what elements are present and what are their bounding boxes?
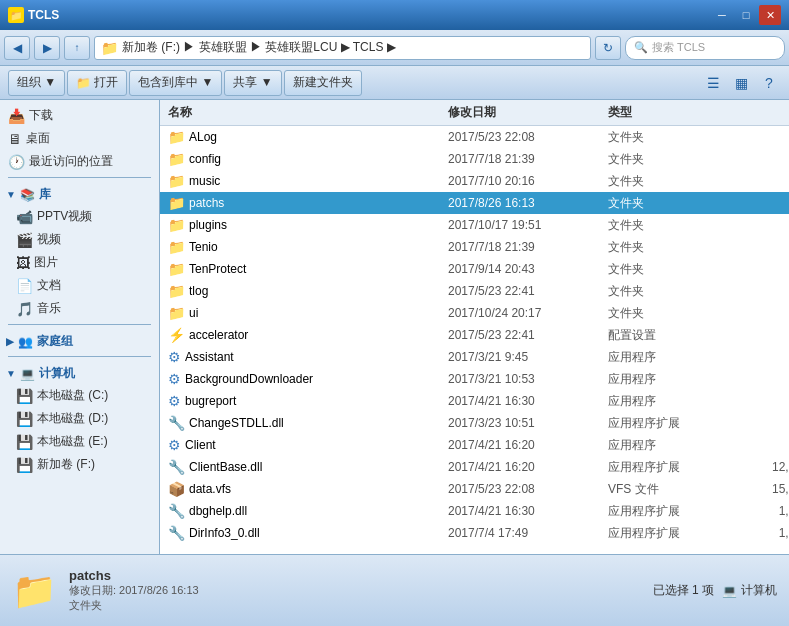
sidebar-divider-3 bbox=[8, 356, 151, 357]
sidebar-divider-1 bbox=[8, 177, 151, 178]
table-row[interactable]: 🔧 ClientBase.dll 2017/4/21 16:20 应用程序扩展 … bbox=[160, 456, 789, 478]
file-name-text: config bbox=[189, 152, 221, 166]
table-row[interactable]: 📁 ui 2017/10/24 20:17 文件夹 bbox=[160, 302, 789, 324]
close-button[interactable]: ✕ bbox=[759, 5, 781, 25]
table-row[interactable]: 📁 ALog 2017/5/23 22:08 文件夹 bbox=[160, 126, 789, 148]
open-button[interactable]: 📁 打开 bbox=[67, 70, 127, 96]
sidebar-item-downloads[interactable]: 📥 下载 bbox=[0, 104, 159, 127]
table-row[interactable]: 📁 music 2017/7/10 20:16 文件夹 bbox=[160, 170, 789, 192]
organize-button[interactable]: 组织 ▼ bbox=[8, 70, 65, 96]
table-row[interactable]: 📁 config 2017/7/18 21:39 文件夹 bbox=[160, 148, 789, 170]
sidebar-item-documents[interactable]: 📄 文档 bbox=[8, 274, 159, 297]
back-button[interactable]: ◀ bbox=[4, 36, 30, 60]
sidebar-section-computer[interactable]: ▼ 💻 计算机 bbox=[0, 361, 159, 384]
table-row[interactable]: ⚙ Client 2017/4/21 16:20 应用程序 795 KB bbox=[160, 434, 789, 456]
new-folder-button[interactable]: 新建文件夹 bbox=[284, 70, 362, 96]
col-header-size[interactable]: 大小 bbox=[728, 104, 789, 121]
window-icon: 📁 bbox=[8, 7, 24, 23]
sidebar-item-video[interactable]: 🎬 视频 bbox=[8, 228, 159, 251]
file-name-cell: 📁 tlog bbox=[168, 283, 448, 299]
file-rows-container: 📁 ALog 2017/5/23 22:08 文件夹 📁 config 2017… bbox=[160, 126, 789, 544]
file-type-cell: 应用程序扩展 bbox=[608, 503, 728, 520]
help-button[interactable]: ? bbox=[757, 71, 781, 95]
sidebar-label-pptv: PPTV视频 bbox=[37, 208, 92, 225]
file-type-icon: ⚙ bbox=[168, 393, 181, 409]
table-row[interactable]: ⚙ bugreport 2017/4/21 16:30 应用程序 284 KB bbox=[160, 390, 789, 412]
table-row[interactable]: ⚡ accelerator 2017/5/23 22:41 配置设置 1 KB bbox=[160, 324, 789, 346]
search-box[interactable]: 🔍 搜索 TCLS bbox=[625, 36, 785, 60]
sidebar-item-pptv[interactable]: 📹 PPTV视频 bbox=[8, 205, 159, 228]
sidebar-item-drive-d[interactable]: 💾 本地磁盘 (D:) bbox=[8, 407, 159, 430]
file-size-cell: 1,648 KB bbox=[728, 526, 789, 540]
table-row[interactable]: 📁 patchs 2017/8/26 16:13 文件夹 bbox=[160, 192, 789, 214]
table-row[interactable]: 📁 TenProtect 2017/9/14 20:43 文件夹 bbox=[160, 258, 789, 280]
sidebar-item-music[interactable]: 🎵 音乐 bbox=[8, 297, 159, 320]
table-row[interactable]: ⚙ BackgroundDownloader 2017/3/21 10:53 应… bbox=[160, 368, 789, 390]
col-header-type[interactable]: 类型 bbox=[608, 104, 728, 121]
view-toggle-button[interactable]: ☰ bbox=[701, 71, 725, 95]
up-button[interactable]: ↑ bbox=[64, 36, 90, 60]
main-content: 📥 下载 🖥 桌面 🕐 最近访问的位置 ▼ 📚 库 📹 PPTV视频 🎬 视频 bbox=[0, 100, 789, 554]
sidebar-label-computer: 计算机 bbox=[39, 365, 75, 382]
computer-status-label: 计算机 bbox=[741, 582, 777, 599]
file-type-cell: 文件夹 bbox=[608, 217, 728, 234]
file-type-icon: 📁 bbox=[168, 129, 185, 145]
sidebar-item-pictures[interactable]: 🖼 图片 bbox=[8, 251, 159, 274]
file-name-cell: 🔧 DirInfo3_0.dll bbox=[168, 525, 448, 541]
downloads-icon: 📥 bbox=[8, 108, 25, 124]
file-type-icon: 📁 bbox=[168, 173, 185, 189]
refresh-button[interactable]: ↻ bbox=[595, 36, 621, 60]
view-details-button[interactable]: ▦ bbox=[729, 71, 753, 95]
documents-icon: 📄 bbox=[16, 278, 33, 294]
col-header-date[interactable]: 修改日期 bbox=[448, 104, 608, 121]
share-button[interactable]: 共享 ▼ bbox=[224, 70, 281, 96]
sidebar-section-homegroup[interactable]: ▶ 👥 家庭组 bbox=[0, 329, 159, 352]
file-type-icon: 🔧 bbox=[168, 503, 185, 519]
sidebar-label-drive-f: 新加卷 (F:) bbox=[37, 456, 95, 473]
file-type-cell: 文件夹 bbox=[608, 195, 728, 212]
sidebar-item-drive-f[interactable]: 💾 新加卷 (F:) bbox=[8, 453, 159, 476]
pictures-icon: 🖼 bbox=[16, 255, 30, 271]
minimize-button[interactable]: ─ bbox=[711, 5, 733, 25]
table-row[interactable]: 📦 data.vfs 2017/5/23 22:08 VFS 文件 15,450… bbox=[160, 478, 789, 500]
status-selected-meta: 修改日期: 2017/8/26 16:13 bbox=[69, 583, 199, 598]
sidebar-item-drive-e[interactable]: 💾 本地磁盘 (E:) bbox=[8, 430, 159, 453]
table-row[interactable]: 📁 Tenio 2017/7/18 21:39 文件夹 bbox=[160, 236, 789, 258]
sidebar-label-downloads: 下载 bbox=[29, 107, 53, 124]
file-name-text: music bbox=[189, 174, 220, 188]
col-header-name[interactable]: 名称 bbox=[168, 104, 448, 121]
file-name-text: ALog bbox=[189, 130, 217, 144]
include-library-button[interactable]: 包含到库中 ▼ bbox=[129, 70, 222, 96]
file-date-cell: 2017/4/21 16:20 bbox=[448, 438, 608, 452]
file-name-cell: 📦 data.vfs bbox=[168, 481, 448, 497]
pptv-icon: 📹 bbox=[16, 209, 33, 225]
library-expand-icon: ▼ bbox=[6, 189, 16, 200]
table-row[interactable]: 🔧 DirInfo3_0.dll 2017/7/4 17:49 应用程序扩展 1… bbox=[160, 522, 789, 544]
address-bar: ◀ ▶ ↑ 📁 新加卷 (F:) ▶ 英雄联盟 ▶ 英雄联盟LCU ▶ TCLS… bbox=[0, 30, 789, 66]
file-name-text: dbghelp.dll bbox=[189, 504, 247, 518]
address-path[interactable]: 📁 新加卷 (F:) ▶ 英雄联盟 ▶ 英雄联盟LCU ▶ TCLS ▶ bbox=[94, 36, 591, 60]
file-date-cell: 2017/3/23 10:51 bbox=[448, 416, 608, 430]
sidebar-label-drive-c: 本地磁盘 (C:) bbox=[37, 387, 108, 404]
table-row[interactable]: 📁 tlog 2017/5/23 22:41 文件夹 bbox=[160, 280, 789, 302]
table-row[interactable]: 🔧 ChangeSTDLL.dll 2017/3/23 10:51 应用程序扩展… bbox=[160, 412, 789, 434]
file-type-icon: 🔧 bbox=[168, 525, 185, 541]
file-type-icon: 📁 bbox=[168, 195, 185, 211]
title-bar: 📁 TCLS ─ □ ✕ bbox=[0, 0, 789, 30]
sidebar-item-desktop[interactable]: 🖥 桌面 bbox=[0, 127, 159, 150]
sidebar-item-drive-c[interactable]: 💾 本地磁盘 (C:) bbox=[8, 384, 159, 407]
maximize-button[interactable]: □ bbox=[735, 5, 757, 25]
computer-status-icon: 💻 bbox=[722, 584, 737, 598]
table-row[interactable]: 📁 plugins 2017/10/17 19:51 文件夹 bbox=[160, 214, 789, 236]
sidebar-section-library[interactable]: ▼ 📚 库 bbox=[0, 182, 159, 205]
sidebar-label-drive-e: 本地磁盘 (E:) bbox=[37, 433, 108, 450]
file-list-header: 名称 修改日期 类型 大小 bbox=[160, 100, 789, 126]
table-row[interactable]: 🔧 dbghelp.dll 2017/4/21 16:30 应用程序扩展 1,0… bbox=[160, 500, 789, 522]
sidebar-item-recent[interactable]: 🕐 最近访问的位置 bbox=[0, 150, 159, 173]
table-row[interactable]: ⚙ Assistant 2017/3/21 9:45 应用程序 349 KB bbox=[160, 346, 789, 368]
file-name-cell: ⚙ bugreport bbox=[168, 393, 448, 409]
file-name-text: ClientBase.dll bbox=[189, 460, 262, 474]
file-list: 名称 修改日期 类型 大小 📁 ALog 2017/5/23 22:08 文件夹… bbox=[160, 100, 789, 554]
recent-icon: 🕐 bbox=[8, 154, 25, 170]
forward-button[interactable]: ▶ bbox=[34, 36, 60, 60]
